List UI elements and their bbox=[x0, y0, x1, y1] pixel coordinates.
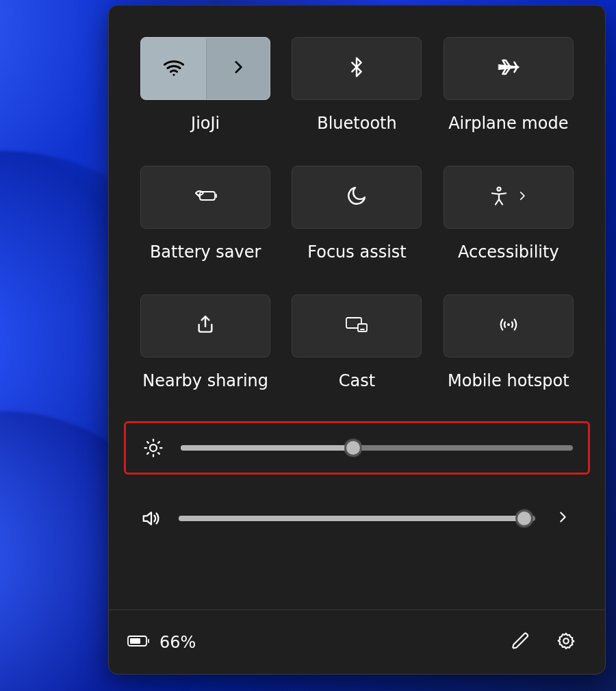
cast-icon bbox=[344, 314, 369, 338]
battery-status[interactable]: 66% bbox=[127, 633, 196, 652]
share-icon bbox=[194, 314, 216, 338]
nearby-sharing-tile[interactable] bbox=[140, 294, 270, 357]
airplane-mode-label: Airplane mode bbox=[448, 114, 568, 133]
wifi-toggle[interactable] bbox=[141, 38, 207, 99]
accessibility-label: Accessibility bbox=[458, 242, 559, 262]
volume-output-button[interactable] bbox=[550, 510, 575, 527]
brightness-slider-row bbox=[124, 421, 590, 475]
chevron-right-icon bbox=[555, 510, 570, 527]
wifi-label: JioJi bbox=[191, 114, 220, 133]
mobile-hotspot-tile[interactable] bbox=[444, 294, 574, 357]
battery-saver-tile[interactable] bbox=[140, 166, 270, 229]
speaker-icon[interactable] bbox=[139, 508, 164, 529]
gear-icon bbox=[556, 631, 576, 653]
moon-icon bbox=[346, 185, 368, 210]
airplane-mode-tile[interactable] bbox=[444, 37, 574, 100]
quick-settings-footer: 66% bbox=[109, 610, 605, 674]
chevron-right-icon bbox=[229, 58, 247, 79]
cast-tile[interactable] bbox=[292, 294, 422, 357]
chevron-right-icon bbox=[516, 190, 528, 205]
svg-line-15 bbox=[158, 453, 159, 454]
svg-rect-6 bbox=[358, 324, 367, 331]
svg-rect-1 bbox=[200, 192, 215, 200]
bluetooth-icon bbox=[346, 56, 368, 81]
svg-point-22 bbox=[563, 638, 568, 643]
battery-saver-icon bbox=[192, 186, 219, 209]
svg-point-8 bbox=[507, 323, 510, 326]
svg-line-17 bbox=[158, 442, 159, 443]
bluetooth-label: Bluetooth bbox=[317, 114, 397, 133]
sliders-section bbox=[109, 390, 605, 562]
svg-point-9 bbox=[150, 444, 157, 451]
mobile-hotspot-label: Mobile hotspot bbox=[448, 371, 569, 390]
battery-percent-text: 66% bbox=[159, 633, 196, 652]
focus-assist-tile[interactable] bbox=[292, 166, 422, 229]
cast-label: Cast bbox=[339, 371, 375, 390]
brightness-slider[interactable] bbox=[181, 445, 573, 451]
volume-slider-thumb[interactable] bbox=[515, 510, 533, 527]
svg-marker-18 bbox=[144, 512, 151, 525]
wifi-icon bbox=[162, 55, 186, 82]
brightness-icon bbox=[141, 438, 166, 458]
wifi-expand-button[interactable] bbox=[207, 38, 270, 99]
volume-slider[interactable] bbox=[179, 516, 535, 521]
bluetooth-tile[interactable] bbox=[292, 37, 422, 100]
nearby-sharing-label: Nearby sharing bbox=[142, 371, 268, 390]
focus-assist-label: Focus assist bbox=[307, 242, 406, 262]
battery-icon bbox=[127, 633, 151, 652]
airplane-icon bbox=[497, 55, 520, 81]
quick-settings-panel: JioJi Bluetooth bbox=[108, 5, 606, 675]
quick-settings-grid: JioJi Bluetooth bbox=[109, 5, 605, 390]
svg-point-4 bbox=[497, 188, 500, 191]
svg-point-0 bbox=[172, 74, 175, 76]
svg-rect-20 bbox=[130, 638, 140, 644]
settings-button[interactable] bbox=[548, 624, 585, 661]
pencil-icon bbox=[511, 631, 530, 653]
wifi-tile[interactable] bbox=[140, 37, 270, 100]
battery-saver-label: Battery saver bbox=[150, 242, 261, 262]
svg-line-14 bbox=[147, 442, 149, 443]
svg-line-16 bbox=[147, 453, 149, 454]
volume-slider-row bbox=[124, 494, 590, 543]
accessibility-tile[interactable] bbox=[444, 166, 574, 229]
accessibility-icon bbox=[489, 186, 509, 209]
edit-quick-settings-button[interactable] bbox=[502, 624, 539, 661]
hotspot-icon bbox=[497, 314, 520, 338]
brightness-slider-thumb[interactable] bbox=[344, 439, 362, 457]
